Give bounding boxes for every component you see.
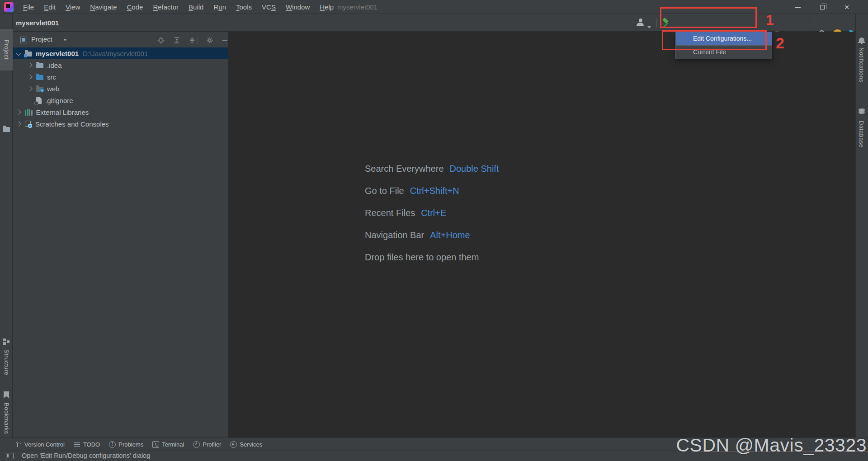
problems-icon: !	[109, 441, 116, 448]
database-icon[interactable]	[859, 109, 865, 116]
tool-button-todo[interactable]: TODO	[74, 441, 100, 448]
shortcut-row: Drop files here to open them	[365, 252, 499, 263]
menu-refactor[interactable]: Refactor	[148, 0, 184, 14]
expand-all-icon[interactable]	[173, 37, 180, 44]
profiler-icon	[193, 441, 200, 448]
chevron-collapsed-icon[interactable]	[15, 109, 22, 115]
services-icon	[230, 441, 237, 448]
header-separator	[198, 37, 198, 44]
editor-empty-shortcuts: Search Everywhere Double Shift Go to Fil…	[365, 164, 499, 274]
tree-row-web[interactable]: web	[13, 83, 228, 94]
tool-button-terminal[interactable]: Terminal	[152, 441, 184, 448]
menu-navigate[interactable]: Navigate	[85, 0, 122, 14]
code-with-me-icon[interactable]	[637, 19, 645, 27]
chevron-collapsed-icon[interactable]	[27, 74, 33, 80]
close-button[interactable]: ×	[836, 0, 857, 14]
tool-window-layout-icon[interactable]	[6, 453, 14, 459]
libraries-icon	[25, 109, 33, 116]
chevron-collapsed-icon[interactable]	[27, 62, 33, 68]
tool-button-profiler[interactable]: Profiler	[193, 441, 221, 448]
menu-bar: File Edit View Navigate Code Refactor Bu…	[18, 0, 339, 14]
stripe-tab-project[interactable]: Project	[0, 29, 13, 71]
scratches-icon	[25, 121, 32, 127]
menu-view[interactable]: View	[61, 0, 85, 14]
breadcrumb[interactable]: myservlet001	[5, 14, 59, 32]
stripe-tab-bookmarks[interactable]: Bookmarks	[3, 403, 10, 434]
tree-row-external-libraries[interactable]: External Libraries	[13, 106, 228, 118]
web-folder-icon	[36, 87, 43, 92]
intellij-logo-icon	[4, 2, 14, 12]
todo-icon	[74, 441, 80, 448]
toolbar-separator	[815, 19, 815, 28]
watermark: CSDN @Mavis_23323	[676, 435, 867, 456]
annotation-box-2	[662, 30, 767, 50]
annotation-number-1: 1	[766, 12, 774, 28]
bookmarks-icon[interactable]	[4, 391, 9, 398]
tree-row-path: D:\Java\myservlet001	[83, 50, 148, 57]
menu-edit[interactable]: Edit	[39, 0, 61, 14]
editor-area: Search Everywhere Double Shift Go to Fil…	[229, 32, 855, 437]
chevron-placeholder	[27, 97, 33, 103]
project-tool-window: Project myservlet001 D:\Java\myservlet00…	[13, 32, 228, 437]
minimize-icon	[795, 7, 801, 8]
tree-row-src[interactable]: src	[13, 71, 228, 83]
stripe-folder-icon[interactable]	[3, 127, 10, 132]
project-panel-title[interactable]: Project	[31, 35, 52, 43]
shortcut-row: Navigation Bar Alt+Home	[365, 230, 499, 241]
project-panel-header: Project	[13, 34, 228, 47]
branch-icon	[15, 441, 22, 448]
annotation-box-1	[660, 7, 757, 28]
menu-vcs[interactable]: VCS	[257, 0, 281, 14]
menu-code[interactable]: Code	[122, 0, 148, 14]
terminal-icon	[152, 441, 159, 448]
status-message: Open 'Edit Run/Debug configurations' dia…	[22, 452, 150, 459]
code-with-me-caret-icon[interactable]	[647, 26, 651, 28]
tool-button-services[interactable]: Services	[230, 441, 262, 448]
right-tool-window-stripe: Notifications Database	[855, 14, 868, 437]
tree-row-gitignore[interactable]: .gitignore	[13, 94, 228, 106]
toolbar-separator	[656, 19, 657, 28]
project-view-icon	[20, 37, 27, 43]
shortcut-row: Search Everywhere Double Shift	[365, 164, 499, 174]
folder-icon	[36, 63, 43, 68]
tool-button-version-control[interactable]: Version Control	[15, 441, 65, 448]
minimize-button[interactable]	[788, 0, 808, 14]
project-tree: myservlet001 D:\Java\myservlet001 .idea …	[13, 47, 228, 130]
menu-help[interactable]: Help	[315, 0, 339, 14]
tree-row-root[interactable]: myservlet001 D:\Java\myservlet001	[13, 47, 228, 59]
menu-tools[interactable]: Tools	[231, 0, 257, 14]
source-folder-icon	[36, 75, 43, 80]
shortcut-row: Go to File Ctrl+Shift+N	[365, 186, 499, 197]
module-folder-icon	[25, 52, 32, 56]
chevron-collapsed-icon[interactable]	[27, 85, 33, 92]
structure-icon[interactable]	[3, 339, 9, 345]
hide-panel-icon[interactable]	[222, 37, 229, 44]
stripe-tab-structure[interactable]: Structure	[3, 349, 10, 375]
stripe-tab-notifications[interactable]: Notifications	[858, 47, 865, 82]
breadcrumb-project: myservlet001	[16, 19, 59, 27]
menu-file[interactable]: File	[18, 0, 39, 14]
maximize-button[interactable]	[812, 0, 833, 14]
tree-row-idea[interactable]: .idea	[13, 59, 228, 71]
tool-button-problems[interactable]: ! Problems	[109, 441, 143, 448]
project-view-caret-icon[interactable]	[63, 39, 67, 41]
maximize-icon	[820, 5, 825, 9]
chevron-collapsed-icon[interactable]	[15, 121, 22, 127]
collapse-all-icon[interactable]	[189, 37, 196, 44]
gitignore-file-icon	[36, 97, 42, 104]
left-tool-window-stripe: Project Structure Bookmarks	[0, 14, 13, 437]
shortcut-row: Recent Files Ctrl+E	[365, 208, 499, 219]
chevron-expanded-icon[interactable]	[15, 50, 22, 56]
menu-window[interactable]: Window	[281, 0, 315, 14]
select-opened-file-icon[interactable]	[157, 37, 165, 44]
tree-row-scratches[interactable]: Scratches and Consoles	[13, 118, 228, 130]
window-title: myservlet001	[337, 0, 377, 14]
menu-run[interactable]: Run	[208, 0, 231, 14]
menu-build[interactable]: Build	[184, 0, 208, 14]
gear-icon[interactable]	[206, 37, 213, 44]
annotation-number-2: 2	[776, 34, 784, 52]
notifications-bell-icon[interactable]	[858, 38, 865, 45]
stripe-tab-database[interactable]: Database	[858, 121, 865, 148]
